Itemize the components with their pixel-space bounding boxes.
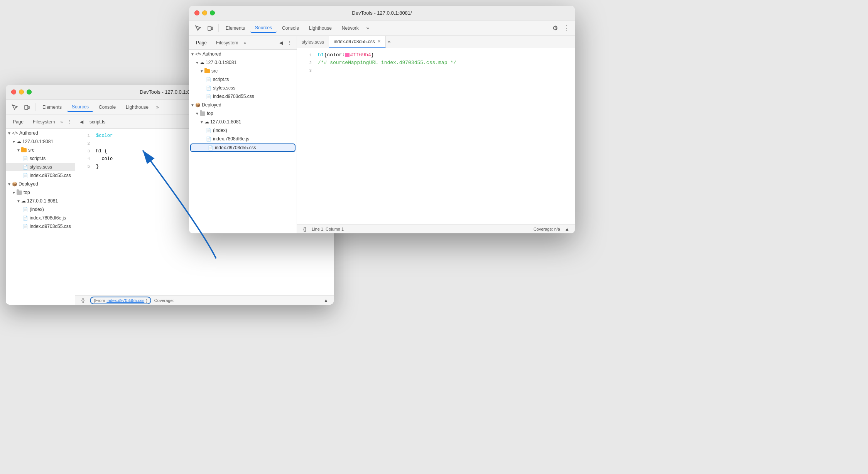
front-tab-network[interactable]: Network — [337, 24, 363, 32]
front-tab-page[interactable]: Page — [192, 39, 211, 47]
front-tab-elements[interactable]: Elements — [221, 24, 250, 32]
front-styles-scss[interactable]: 📄 styles.scss — [189, 84, 297, 92]
front-menu-icon[interactable]: ⋮ — [286, 39, 294, 46]
front-scroll-icon[interactable]: ▲ — [563, 225, 571, 233]
back-line-num-1: 1 — [78, 132, 90, 139]
front-toolbar-divider — [218, 24, 219, 32]
back-server-item[interactable]: ▼ ☁ 127.0.0.1:8081 — [6, 137, 75, 146]
front-tab-sources[interactable]: Sources — [250, 24, 277, 33]
front-index-js[interactable]: 📄 index.7808df6e.js — [189, 135, 297, 143]
front-tab-css-close[interactable]: ✕ — [377, 39, 381, 44]
toolbar-divider — [35, 103, 35, 111]
svg-rect-3 — [211, 27, 213, 30]
front-editor-tab-css[interactable]: index.d9703d55.css ✕ — [329, 36, 386, 48]
front-code-line-2: 2 /*# sourceMappingURL=index.d9703d55.cs… — [297, 59, 575, 67]
front-coverage-label: Coverage: n/a — [534, 227, 560, 231]
back-tab-elements[interactable]: Elements — [38, 103, 66, 111]
svg-rect-0 — [25, 105, 28, 110]
front-code-close-brace: } — [371, 52, 374, 58]
back-index-file[interactable]: 📄 (index) — [6, 205, 75, 214]
front-src-folder[interactable]: ▼ src — [189, 67, 297, 75]
back-code-text-4: colo — [96, 155, 113, 162]
front-editor-tabs: styles.scss index.d9703d55.css ✕ » — [297, 36, 575, 48]
front-authored-index-css-label: index.d9703d55.css — [213, 94, 254, 99]
front-script-ts[interactable]: 📄 script.ts — [189, 75, 297, 84]
front-styles-scss-label: styles.scss — [213, 85, 235, 91]
back-subtab-more[interactable]: » — [60, 120, 62, 124]
front-titlebar: DevTools - 127.0.0.1:8081/ — [189, 6, 575, 20]
front-top-item[interactable]: ▼ top — [189, 109, 297, 118]
back-from-link[interactable]: index.d9703d55.css — [106, 298, 144, 303]
inspect-element-icon[interactable] — [9, 101, 20, 113]
front-maximize-button[interactable] — [210, 10, 215, 15]
back-tab-page[interactable]: Page — [9, 118, 27, 126]
minimize-button[interactable] — [19, 89, 24, 94]
front-deployed-item[interactable]: ▼ 📦 Deployed — [189, 101, 297, 109]
front-line-num-1: 1 — [300, 52, 312, 59]
front-line-num-3: 3 — [300, 67, 312, 74]
back-styles-scss[interactable]: 📄 styles.scss — [6, 163, 75, 171]
front-sources-layout: Page Filesystem » ◀ ⋮ ▼ </> Authored ▼ ☁… — [189, 36, 575, 233]
back-top-label: top — [24, 190, 30, 195]
front-close-button[interactable] — [194, 10, 199, 15]
front-status-bar: {} Line 1, Column 1 Coverage: n/a ▲ — [297, 224, 575, 233]
front-top-server[interactable]: ▼ ☁ 127.0.0.1:8081 — [189, 118, 297, 126]
back-tab-lighthouse[interactable]: Lighthouse — [121, 103, 153, 111]
front-tab-lighthouse[interactable]: Lighthouse — [304, 24, 336, 32]
front-authored-index-css[interactable]: 📄 index.d9703d55.css — [189, 92, 297, 101]
back-toolbar-more[interactable]: » — [154, 103, 161, 111]
back-top-item[interactable]: ▼ top — [6, 188, 75, 197]
device-toolbar-icon[interactable] — [21, 101, 33, 113]
back-index-css[interactable]: 📄 index.d9703d55.css — [6, 171, 75, 180]
back-src-folder[interactable]: ▼ src — [6, 146, 75, 154]
back-index-js[interactable]: 📄 index.7808df6e.js — [6, 214, 75, 222]
front-more-vert-icon[interactable]: ⋮ — [561, 23, 572, 33]
back-tab-console[interactable]: Console — [94, 103, 120, 111]
front-index-file[interactable]: 📄 (index) — [189, 126, 297, 135]
front-toolbar-more[interactable]: » — [364, 24, 372, 32]
front-inspect-element-icon[interactable] — [192, 22, 204, 34]
back-tab-sources[interactable]: Sources — [67, 103, 93, 112]
front-code-line-1: 1 h1{color:#ff69b4} — [297, 51, 575, 59]
front-tab-css-label: index.d9703d55.css — [334, 39, 375, 44]
front-deployed-label: Deployed — [202, 102, 221, 108]
back-top-server[interactable]: ▼ ☁ 127.0.0.1:8081 — [6, 197, 75, 205]
back-coverage-label: Coverage: — [154, 298, 174, 303]
front-deploy-css-highlighted[interactable]: 📄 index.d9703d55.css — [190, 143, 296, 152]
back-subtab-menu[interactable]: ⋮ — [66, 118, 74, 125]
front-tab-scss-label: styles.scss — [302, 39, 324, 45]
back-styles-scss-label: styles.scss — [30, 164, 52, 170]
front-src-label: src — [211, 68, 218, 74]
front-toolbar: Elements Sources Console Lighthouse Netw… — [189, 20, 575, 36]
back-script-ts[interactable]: 📄 script.ts — [6, 154, 75, 163]
front-format-icon[interactable]: {} — [301, 225, 309, 233]
back-subtoolbar: Page Filesystem » ⋮ — [6, 115, 75, 129]
front-authored-item[interactable]: ▼ </> Authored — [189, 50, 297, 58]
front-device-toolbar-icon[interactable] — [204, 22, 216, 34]
back-authored-item[interactable]: ▼ </> Authored — [6, 129, 75, 137]
close-button[interactable] — [11, 89, 16, 94]
front-editor-tabs-more[interactable]: » — [386, 39, 393, 45]
back-tab-filesystem[interactable]: Filesystem — [29, 118, 59, 126]
back-scroll-icon[interactable]: ▲ — [322, 297, 330, 304]
front-editor-tab-scss[interactable]: styles.scss — [297, 36, 329, 48]
traffic-lights — [11, 89, 32, 94]
back-deploy-css[interactable]: 📄 index.d9703d55.css — [6, 222, 75, 231]
front-tab-filesystem[interactable]: Filesystem — [212, 39, 242, 47]
back-src-label: src — [28, 147, 34, 153]
back-format-icon[interactable]: {} — [79, 297, 87, 304]
front-back-icon[interactable]: ◀ — [278, 39, 284, 46]
maximize-button[interactable] — [27, 89, 32, 94]
back-line-num-4: 4 — [78, 155, 90, 162]
front-minimize-button[interactable] — [202, 10, 207, 15]
front-index-js-label: index.7808df6e.js — [213, 136, 249, 142]
front-editor-area: styles.scss index.d9703d55.css ✕ » 1 h1{… — [297, 36, 575, 233]
front-settings-icon[interactable]: ⚙ — [550, 23, 560, 33]
front-server-item[interactable]: ▼ ☁ 127.0.0.1:8081 — [189, 58, 297, 67]
back-code-text-1: $color — [96, 132, 113, 139]
front-subtoolbar: Page Filesystem » ◀ ⋮ — [189, 36, 297, 50]
back-editor-back-icon[interactable]: ◀ — [78, 118, 85, 125]
front-tab-console[interactable]: Console — [277, 24, 304, 32]
back-deployed-item[interactable]: ▼ 📦 Deployed — [6, 180, 75, 188]
front-subtab-more[interactable]: » — [243, 40, 246, 45]
